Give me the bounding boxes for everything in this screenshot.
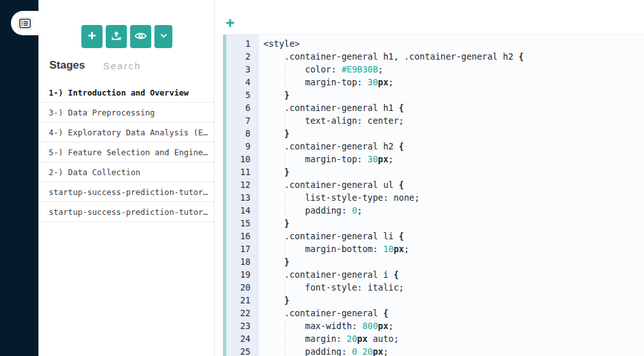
line-number: 19 [226, 268, 259, 281]
code-line[interactable]: <style> [259, 37, 644, 50]
code-line[interactable]: } [259, 217, 644, 230]
line-number: 10 [226, 153, 259, 165]
code-line[interactable]: } [259, 294, 644, 307]
line-number: 22 [226, 307, 259, 319]
left-rail [0, 0, 38, 356]
code-line[interactable]: } [259, 255, 644, 268]
line-number: 18 [226, 255, 259, 268]
code-line[interactable]: .container-general { [259, 307, 644, 319]
stages-title: Stages [49, 59, 85, 72]
stages-toolbar [81, 25, 172, 48]
list-alt-icon [19, 18, 31, 29]
indent-guide [285, 205, 285, 216]
line-number: 7 [226, 114, 259, 127]
stage-item[interactable]: 2-) Data Collection [38, 162, 214, 182]
eye-icon [135, 31, 147, 42]
indent-guide [285, 333, 285, 344]
stages-panel: Stages 1-) Introduction and Overview3-) … [38, 0, 215, 356]
code-line[interactable]: } [259, 165, 644, 178]
upload-stage-button[interactable] [106, 25, 127, 48]
expand-stages-button[interactable] [154, 25, 172, 48]
stages-header: Stages [49, 59, 208, 72]
sidebar-toggle-tab[interactable] [11, 11, 38, 35]
stage-item[interactable]: 5-) Feature Selection and Engine… [38, 142, 214, 162]
app-window: ← [0, 0, 644, 356]
indent-guide [285, 153, 285, 165]
line-number: 25 [226, 345, 259, 356]
code-line[interactable]: list-style-type: none; [259, 191, 644, 204]
add-stage-button[interactable] [81, 25, 103, 48]
line-number: 2 [226, 50, 259, 63]
line-number: 4 [226, 76, 259, 89]
indent-guide [285, 192, 285, 203]
code-line[interactable]: } [259, 89, 644, 101]
code-editor[interactable]: 1234567891011121314151617181920212223242… [223, 34, 644, 356]
line-number: 24 [226, 332, 259, 345]
line-number: 21 [226, 294, 259, 307]
indent-guide [285, 76, 285, 88]
plus-icon [87, 30, 97, 43]
line-number: 14 [226, 204, 259, 217]
code-line[interactable]: .container-general i { [259, 268, 644, 281]
code-line[interactable]: margin-top: 30px; [259, 153, 644, 165]
line-number: 11 [226, 165, 259, 178]
search-input[interactable] [102, 60, 194, 72]
line-number: 16 [226, 230, 259, 242]
stage-item[interactable]: startup-success-prediction-tutor… [38, 182, 214, 202]
code-line[interactable]: .container-general li { [259, 230, 644, 242]
line-number: 3 [226, 63, 259, 76]
code-line[interactable]: } [259, 127, 644, 140]
stage-item[interactable]: 3-) Data Preprocessing [38, 103, 214, 123]
line-number: 8 [226, 127, 259, 140]
code-line[interactable]: text-align: center; [259, 114, 644, 127]
indent-guide [285, 243, 285, 255]
stage-list: 1-) Introduction and Overview3-) Data Pr… [38, 83, 214, 222]
code-line[interactable]: color: #E9B30B; [259, 63, 644, 76]
line-number: 17 [226, 242, 259, 255]
chevron-down-icon [159, 31, 169, 42]
indent-guide [285, 320, 285, 332]
code-area[interactable]: <style> .container-general h1, .containe… [259, 35, 644, 356]
code-line[interactable]: margin: 20px auto; [259, 332, 644, 345]
preview-stage-button[interactable] [130, 25, 151, 48]
line-number: 5 [226, 89, 259, 101]
line-number: 15 [226, 217, 259, 230]
code-line[interactable]: .container-general ul { [259, 178, 644, 191]
code-line[interactable]: .container-general h2 { [259, 140, 644, 153]
line-number: 6 [226, 101, 259, 114]
upload-icon [111, 30, 122, 43]
stage-item[interactable]: 4-) Exploratory Data Analysis (E… [38, 123, 214, 142]
line-number: 20 [226, 281, 259, 294]
code-line[interactable]: .container-general h1 { [259, 101, 644, 114]
code-line[interactable]: .container-general h1, .container-genera… [259, 50, 644, 63]
code-line[interactable]: padding: 0; [259, 204, 644, 217]
stage-item[interactable]: startup-success-prediction-tutor… [38, 202, 214, 222]
add-cell-button[interactable]: + [226, 15, 235, 31]
code-line[interactable]: font-style: italic; [259, 281, 644, 294]
indent-guide [285, 64, 285, 75]
line-number: 9 [226, 140, 259, 153]
indent-guide [285, 346, 285, 356]
indent-guide [285, 282, 285, 293]
code-line[interactable]: margin-top: 30px; [259, 76, 644, 89]
stage-item[interactable]: 1-) Introduction and Overview [38, 83, 214, 103]
code-line[interactable]: margin-bottom: 10px; [259, 242, 644, 255]
line-number: 23 [226, 319, 259, 332]
code-line[interactable]: max-width: 800px; [259, 319, 644, 332]
code-line[interactable]: padding: 0 20px; [259, 345, 644, 356]
line-number: 1 [226, 37, 259, 50]
indent-guide [285, 115, 285, 126]
line-number-gutter: 1234567891011121314151617181920212223242… [226, 35, 259, 356]
line-number: 12 [226, 178, 259, 191]
line-number: 13 [226, 191, 259, 204]
